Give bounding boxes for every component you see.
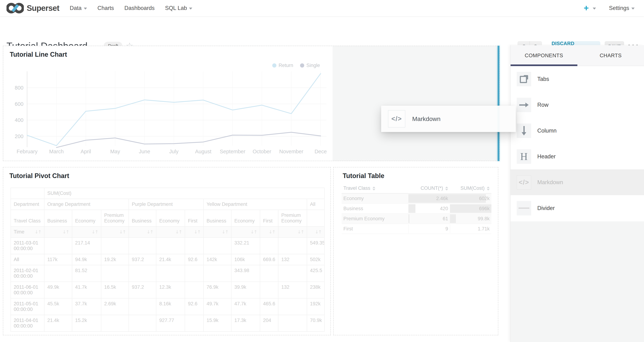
table-cell-value: 696k [450, 204, 492, 214]
pivot-sort-cell[interactable]: ↓↑ [307, 226, 324, 238]
tabs-icon [520, 75, 528, 83]
pivot-sort-cell[interactable]: ↓↑ [101, 226, 129, 238]
tab-components[interactable]: COMPONENTS [510, 45, 578, 66]
table-cell-travel-class: Premium Economy [342, 214, 408, 224]
sort-icon[interactable] [445, 186, 448, 190]
settings-menu[interactable]: Settings [609, 5, 634, 12]
table-chart-card[interactable]: Tutorial Table Travel ClassCOUNT(*)SUM(C… [333, 167, 498, 335]
divider-icon [517, 201, 531, 216]
pivot-cell [260, 265, 278, 282]
pivot-sort-cell[interactable]: ↓↑ [231, 226, 260, 238]
sort-icon[interactable]: ↓↑ [269, 229, 275, 234]
svg-text:October: October [252, 148, 271, 154]
nav-menu: DataChartsDashboardsSQL Lab [70, 5, 203, 12]
sort-icon[interactable] [487, 186, 490, 190]
sort-icon[interactable]: ↓↑ [315, 229, 321, 234]
table-cell-value: 2.46k [408, 194, 450, 204]
nav-item-sql-lab[interactable]: SQL Lab [165, 5, 192, 12]
nav-item-label: Dashboards [124, 5, 154, 12]
legend-label: Single [306, 63, 320, 68]
svg-text:September: September [220, 148, 245, 154]
table-cell-value: 602k [450, 194, 492, 204]
sidebar-item-tabs[interactable]: Tabs [510, 66, 644, 92]
line-chart-card[interactable]: 200400600800FebruaryMarchAprilMayJuneJul… [3, 46, 332, 161]
new-item-button[interactable]: + [584, 4, 596, 12]
nav-item-data[interactable]: Data [70, 5, 87, 12]
pivot-sort-cell[interactable]: ↓↑ [156, 226, 185, 238]
svg-text:April: April [80, 148, 91, 154]
table-column-header[interactable]: COUNT(*) [408, 183, 450, 194]
pivot-cell [278, 238, 307, 254]
chart-title: Tutorial Table [343, 172, 384, 180]
table-column-header[interactable]: Travel Class [342, 183, 408, 194]
sort-icon[interactable]: ↓↑ [35, 229, 41, 234]
nav-item-label: Data [70, 5, 82, 12]
sidebar-item-row[interactable]: Row [510, 92, 644, 118]
pivot-col-header: Economy [231, 210, 260, 226]
table-column-header[interactable]: SUM(Cost) [450, 183, 492, 194]
pivot-cell: 217.14 [72, 238, 101, 254]
chart-legend: ReturnSingle [272, 63, 320, 68]
chevron-down-icon [631, 8, 634, 10]
pivot-sort-cell[interactable]: ↓↑ [204, 226, 231, 238]
pivot-col-header: Premium Economy [101, 210, 129, 226]
pivot-cell: 19.2k [101, 254, 129, 265]
pivot-cell [278, 315, 307, 332]
pivot-row-label: 2011-05-01 00:00:00 [11, 298, 44, 315]
tab-charts[interactable]: CHARTS [578, 45, 644, 66]
pivot-cell [101, 315, 129, 332]
pivot-cell [129, 238, 156, 254]
sidebar-item-divider[interactable]: Divider [510, 195, 644, 221]
pivot-sort-cell[interactable]: ↓↑ [185, 226, 204, 238]
pivot-sort-cell[interactable]: ↓↑ [44, 226, 72, 238]
sidebar-item-label: Column [537, 128, 556, 134]
column-icon [521, 126, 527, 136]
sort-icon[interactable]: ↓↑ [175, 229, 182, 234]
pivot-cell [129, 298, 156, 315]
superset-logo[interactable]: Superset [0, 1, 59, 16]
pivot-sort-cell[interactable]: ↓↑ [260, 226, 278, 238]
sort-icon[interactable] [372, 186, 375, 190]
svg-text:May: May [110, 148, 120, 154]
svg-text:200: 200 [15, 134, 24, 139]
sort-icon[interactable]: ↓↑ [92, 229, 98, 234]
nav-item-charts[interactable]: Charts [98, 5, 114, 12]
sidebar-item-markdown[interactable]: </>Markdown [510, 169, 644, 195]
dashboard-header: Tutorial Dashboard Draft ☆ ↶ ↷ DISCARD C… [0, 16, 644, 45]
nav-item-dashboards[interactable]: Dashboards [124, 5, 154, 12]
sort-icon[interactable]: ↓↑ [297, 229, 304, 234]
pivot-cell: 15.9k [204, 315, 231, 332]
sort-icon[interactable]: ↓↑ [222, 229, 228, 234]
legend-item-single[interactable]: Single [300, 63, 320, 68]
pivot-sort-cell[interactable]: ↓↑ [72, 226, 101, 238]
sort-icon[interactable]: ↓↑ [250, 229, 257, 234]
sort-icon[interactable]: ↓↑ [146, 229, 153, 234]
pivot-group-header: Yellow Department [204, 199, 307, 210]
sort-icon[interactable]: ↓↑ [119, 229, 126, 234]
pivot-cell: 70.9k [307, 315, 324, 332]
pivot-cell [44, 265, 72, 282]
sort-icon[interactable]: ↓↑ [62, 229, 69, 234]
drag-preview-markdown: </> Markdown [381, 106, 516, 132]
pivot-cell: 343.98 [231, 265, 260, 282]
sidebar-item-header[interactable]: HHeader [510, 144, 644, 169]
pivot-time-cell[interactable]: Time↓↑ [11, 226, 44, 238]
table-cell-travel-class: Business [342, 204, 408, 214]
pivot-chart-card[interactable]: Tutorial Pivot Chart SUM(Cost)Department… [3, 167, 331, 335]
pivot-row: All117k94.9k19.2k937.221.4k92.6142k106k6… [11, 254, 324, 265]
row-icon [519, 102, 529, 108]
pivot-sort-cell[interactable]: ↓↑ [278, 226, 307, 238]
sidebar-item-column[interactable]: Column [510, 118, 644, 144]
pivot-class-header: Travel Class [11, 210, 44, 226]
pivot-cell: 17.3k [231, 315, 260, 332]
pivot-cell: 37.7k [72, 298, 101, 315]
pivot-cell [260, 238, 278, 254]
nav-item-label: SQL Lab [165, 5, 187, 12]
chevron-down-icon [84, 8, 87, 10]
legend-item-return[interactable]: Return [272, 63, 293, 68]
pivot-cell: 117k [44, 254, 72, 265]
sort-icon[interactable]: ↓↑ [194, 229, 200, 234]
pivot-sort-cell[interactable]: ↓↑ [129, 226, 156, 238]
pivot-row: 2011-05-01 00:00:0045.5k37.7k2.69k8.16k9… [11, 298, 324, 315]
nav-right: + Settings [584, 4, 644, 12]
